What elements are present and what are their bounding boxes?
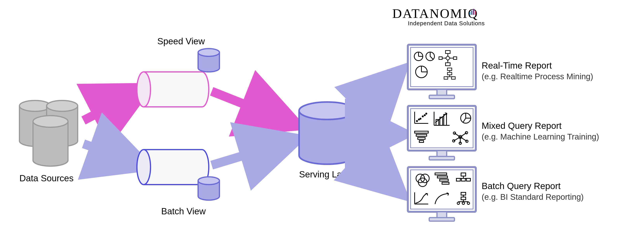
svg-rect-34 (440, 117, 442, 125)
mixed-report-monitor (408, 106, 476, 160)
svg-point-6 (198, 177, 220, 184)
svg-rect-22 (452, 77, 455, 79)
arrow-batch-to-serving (212, 140, 295, 165)
svg-rect-16 (439, 57, 442, 60)
arrow-speed-to-serving (212, 91, 295, 124)
batch-view-node (198, 177, 220, 200)
svg-point-36 (461, 113, 471, 123)
arrow-serving-to-batch (357, 154, 400, 192)
mixed-report-sub: (e.g. Machine Learning Training) (482, 132, 599, 142)
svg-point-45 (466, 140, 468, 142)
svg-point-3 (137, 72, 150, 107)
svg-rect-49 (437, 212, 447, 218)
realtime-report-monitor (408, 45, 476, 99)
svg-rect-19 (448, 68, 452, 70)
svg-rect-38 (416, 134, 427, 136)
svg-rect-48 (410, 170, 473, 209)
speed-view-node (198, 48, 220, 72)
bar-chart-icon (470, 8, 476, 15)
svg-point-14 (416, 66, 427, 78)
svg-rect-15 (446, 50, 450, 54)
svg-rect-61 (466, 178, 470, 181)
svg-point-65 (462, 202, 464, 204)
diagram-canvas (0, 0, 644, 239)
svg-rect-9 (410, 48, 473, 87)
svg-rect-20 (448, 72, 452, 75)
data-sources-label: Data Sources (20, 173, 74, 184)
svg-point-7 (299, 102, 356, 120)
serving-layer-node (299, 102, 356, 164)
svg-point-31 (424, 115, 425, 116)
realtime-report-title: Real-Time Report (482, 60, 552, 71)
brand-q-icon: Q (468, 6, 478, 21)
svg-point-46 (459, 142, 462, 144)
svg-point-13 (426, 52, 434, 60)
svg-rect-39 (418, 138, 425, 139)
brand-logo: DATANOMIQ Independent Data Solutions (392, 6, 485, 26)
batch-report-monitor (408, 167, 476, 221)
brand-name-part: DATANOMI (392, 6, 468, 21)
serving-layer-label: Serving Layer (299, 169, 354, 180)
speed-view-label: Speed View (157, 36, 205, 46)
realtime-report-sub: (e.g. Realtime Process Mining) (482, 72, 593, 81)
svg-point-32 (426, 113, 427, 114)
svg-rect-62 (461, 192, 466, 195)
svg-rect-8 (408, 45, 476, 90)
svg-rect-24 (410, 108, 473, 148)
svg-rect-60 (462, 178, 465, 181)
svg-point-53 (418, 178, 427, 186)
svg-rect-63 (461, 197, 466, 200)
svg-point-44 (452, 140, 455, 142)
svg-rect-11 (429, 95, 454, 99)
svg-point-43 (465, 132, 468, 134)
svg-point-5 (137, 150, 150, 184)
svg-point-1 (46, 100, 78, 111)
speed-layer-label: Speed Layer (150, 85, 200, 96)
svg-rect-55 (437, 176, 448, 178)
svg-rect-18 (446, 63, 450, 66)
svg-point-51 (416, 174, 424, 183)
svg-point-29 (420, 118, 421, 119)
svg-point-64 (457, 202, 460, 204)
data-sources-icon (20, 100, 78, 166)
svg-rect-47 (408, 167, 476, 212)
svg-point-0 (20, 100, 50, 111)
svg-rect-23 (408, 106, 476, 150)
svg-rect-58 (461, 173, 466, 176)
svg-point-12 (414, 52, 423, 60)
svg-rect-57 (442, 182, 449, 184)
batch-report-sub: (e.g. BI Standard Reporting) (482, 192, 584, 202)
svg-rect-56 (440, 179, 448, 181)
svg-rect-26 (429, 156, 454, 160)
svg-rect-17 (454, 57, 457, 60)
svg-rect-10 (437, 90, 447, 95)
mixed-report-title: Mixed Query Report (482, 120, 562, 131)
svg-rect-54 (435, 173, 447, 175)
svg-rect-21 (444, 77, 448, 79)
svg-rect-50 (429, 218, 454, 221)
svg-rect-33 (436, 120, 439, 125)
arrow-sources-to-speed (84, 90, 144, 120)
svg-rect-25 (437, 150, 447, 156)
batch-layer-label: Batch Layer (150, 163, 197, 173)
svg-point-28 (418, 119, 420, 120)
svg-rect-59 (456, 178, 460, 181)
svg-point-52 (421, 174, 429, 183)
svg-rect-35 (444, 114, 446, 125)
svg-point-27 (416, 120, 418, 122)
arrow-serving-to-realtime (357, 72, 400, 115)
svg-point-66 (467, 202, 470, 204)
arrow-sources-to-batch (84, 144, 144, 165)
svg-rect-37 (415, 131, 428, 133)
svg-point-42 (453, 132, 456, 134)
svg-point-41 (459, 136, 462, 138)
batch-report-title: Batch Query Report (482, 181, 561, 191)
svg-rect-40 (419, 140, 424, 142)
svg-point-30 (422, 116, 424, 117)
svg-point-2 (33, 116, 68, 127)
svg-point-4 (198, 48, 220, 56)
batch-view-label: Batch View (161, 206, 206, 216)
